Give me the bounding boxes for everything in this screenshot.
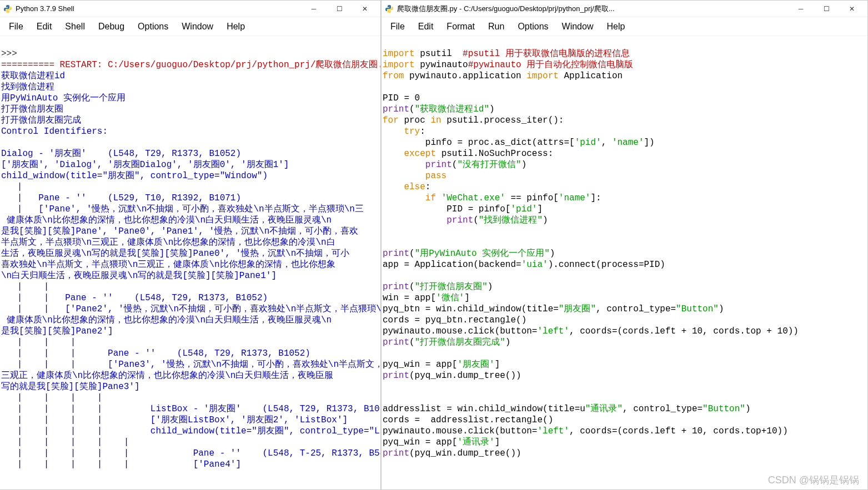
menu-debug[interactable]: Debug xyxy=(92,19,131,34)
close-button[interactable]: ✕ xyxy=(840,1,864,17)
code-line: print("没有打开微信") xyxy=(383,160,526,170)
tree-line: Pane - '' (L529, T10, R1392, B1071) xyxy=(22,193,241,203)
restart-line: ========== RESTART: C:/Users/guoguo/Desk… xyxy=(1,60,380,70)
menu-run[interactable]: Run xyxy=(481,19,511,34)
code-line: import pywinauto#pywinauto 用于自动化控制微信电脑版 xyxy=(383,60,633,70)
code-editor[interactable]: import psutil #psutil 用于获取微信电脑版的进程信息 imp… xyxy=(382,36,867,489)
tree-line: ['朋友圈', 'Dialog', '朋友圈Dialog', '朋友圈0', '… xyxy=(1,160,289,170)
code-line: pinfo = proc.as_dict(attrs=['pid', 'name… xyxy=(383,138,655,148)
output-line: 获取微信进程id xyxy=(1,71,65,81)
output-line: 打开微信朋友圈完成 xyxy=(1,115,81,125)
output-line: Control Identifiers: xyxy=(1,127,108,137)
menubar-left: File Edit Shell Debug Options Window Hel… xyxy=(0,17,380,36)
tree-line: Pane - '' (L548, T-25, R1373, B545) xyxy=(129,448,380,458)
tree-line: ['Pane', '慢热，沉默\n不抽烟，可小酌，喜欢独处\n半点斯文，半点猥琐… xyxy=(22,204,363,214)
code-line: for proc in psutil.process_iter(): xyxy=(383,115,564,125)
window-title-left: Python 3.7.9 Shell xyxy=(16,4,302,13)
code-line: print(pyq_win.dump_tree()) xyxy=(383,448,521,458)
watermark: CSDN @锅锅是锅锅 xyxy=(768,473,859,487)
code-line: import psutil #psutil 用于获取微信电脑版的进程信息 xyxy=(383,49,630,59)
tree-line: ['朋友圈ListBox', '朋友圈2', 'ListBox'] xyxy=(102,415,348,425)
menu-edit[interactable]: Edit xyxy=(30,19,59,34)
code-line: cords = addresslist.rectangle() xyxy=(383,415,553,425)
code-line: print("用PyWinAuto 实例化一个应用") xyxy=(383,249,555,259)
code-line: PID = pinfo['pid'] xyxy=(383,204,543,214)
window-controls-right: ─ ☐ ✕ xyxy=(789,1,864,17)
tree-line: 生活，夜晚臣服灵魂\n写的就是我[笑脸][笑脸]Pane0', '慢热，沉默\n… xyxy=(1,249,349,259)
menu-file[interactable]: File xyxy=(384,19,412,34)
maximize-button[interactable]: ☐ xyxy=(327,1,352,17)
tree-line: child_window(title="朋友圈", control_type="… xyxy=(1,171,268,181)
output-line: 用PyWinAuto 实例化一个应用 xyxy=(1,93,126,103)
code-line: pyq_win = app['朋友圈'] xyxy=(383,360,500,370)
tree-line: 写的就是我[笑脸][笑脸]Pane3'] xyxy=(1,382,140,392)
minimize-button[interactable]: ─ xyxy=(302,1,326,17)
tree-line: 是我[笑脸][笑脸]Pane2'] xyxy=(1,326,113,336)
code-line: pyq_btn = win.child_window(title="朋友圈", … xyxy=(383,304,724,314)
code-line: if 'WeChat.exe' == pinfo['name']: xyxy=(383,193,601,203)
tree-line: 喜欢独处\n半点斯文，半点猥琐\n三观正，健康体质\n比你想象的深情，也比你想象 xyxy=(1,260,335,270)
menu-help[interactable]: Help xyxy=(600,19,631,34)
code-line: print(pyq_win.dump_tree()) xyxy=(383,371,521,381)
menu-options[interactable]: Options xyxy=(131,19,175,34)
close-button[interactable]: ✕ xyxy=(353,1,377,17)
code-line: app = Application(backend='uia').connect… xyxy=(383,260,665,270)
prompt: >>> xyxy=(1,49,17,59)
tree-line: 健康体质\n比你想象的深情，也比你想象的冷漠\n白天归顺生活，夜晚臣服灵魂\n xyxy=(1,215,332,225)
menu-file[interactable]: File xyxy=(2,19,30,34)
tree-line: 三观正，健康体质\n比你想象的深情，也比你想象的冷漠\n白天归顺生活，夜晚臣服 xyxy=(1,371,333,381)
tree-line: 健康体质\n比你想象的深情，也比你想象的冷漠\n白天归顺生活，夜晚臣服灵魂\n xyxy=(1,315,332,325)
code-line: pass xyxy=(383,171,446,181)
tree-line: ListBox - '朋友圈' (L548, T29, R1373, B1052… xyxy=(102,404,380,414)
code-line: pywinauto.mouse.click(button='left', coo… xyxy=(383,326,799,336)
maximize-button[interactable]: ☐ xyxy=(814,1,839,17)
output-line: 找到微信进程 xyxy=(1,82,54,92)
titlebar-right: 爬取微信朋友圈.py - C:/Users/guoguo/Desktop/prj… xyxy=(382,1,867,17)
tree-line: Pane - '' (L548, T29, R1373, B1052) xyxy=(49,293,268,303)
tree-line: Dialog - '朋友圈' (L548, T29, R1373, B1052) xyxy=(1,149,241,159)
titlebar-left: Python 3.7.9 Shell ─ ☐ ✕ xyxy=(0,1,380,17)
tree-line: Pane - '' (L548, T29, R1373, B1052) xyxy=(76,348,310,358)
code-line: PID = 0 xyxy=(383,93,420,103)
code-line: pyq_win = app['通讯录'] xyxy=(383,437,500,447)
menubar-right: File Edit Format Run Options Window Help xyxy=(382,17,867,36)
window-title-right: 爬取微信朋友圈.py - C:/Users/guoguo/Desktop/prj… xyxy=(397,4,789,14)
menu-window[interactable]: Window xyxy=(555,19,600,34)
code-line: pywinauto.mouse.click(button='left', coo… xyxy=(383,426,788,436)
menu-help[interactable]: Help xyxy=(220,19,252,34)
code-line: except psutil.NoSuchProcess: xyxy=(383,149,553,159)
menu-options[interactable]: Options xyxy=(511,19,555,34)
tree-line: 半点斯文，半点猥琐\n三观正，健康体质\n比你想象的深情，也比你想象的冷漠\n白 xyxy=(1,238,335,247)
idle-editor-window: 爬取微信朋友圈.py - C:/Users/guoguo/Desktop/prj… xyxy=(381,0,868,490)
tree-line: 是我[笑脸][笑脸]Pane', 'Pane0', 'Pane1', '慢热，沉… xyxy=(1,226,358,236)
tree-line: child_window(title="朋友圈", control_type="… xyxy=(102,426,380,436)
output-line: 打开微信朋友圈 xyxy=(1,104,63,114)
code-line: else: xyxy=(383,182,430,192)
code-line: addresslist = win.child_window(title=u"通… xyxy=(383,404,751,414)
tree-line: ['Pane3', '慢热，沉默\n不抽烟，可小酌，喜欢独处\n半点斯文，半点猥 xyxy=(76,360,380,370)
tree-line: \n白天归顺生活，夜晚臣服灵魂\n写的就是我[笑脸][笑脸]Pane1'] xyxy=(1,271,277,281)
code-line: cords = pyq_btn.rectangle() xyxy=(383,315,526,325)
minimize-button[interactable]: ─ xyxy=(789,1,813,17)
python-icon xyxy=(385,4,394,13)
tree-line: ['Pane2', '慢热，沉默\n不抽烟，可小酌，喜欢独处\n半点斯文，半点猥… xyxy=(49,304,380,314)
code-line: from pywinauto.application import Applic… xyxy=(383,71,623,81)
code-line: print("找到微信进程") xyxy=(383,215,548,225)
menu-window[interactable]: Window xyxy=(175,19,220,34)
code-line: print("获取微信进程id") xyxy=(383,104,495,114)
window-controls-left: ─ ☐ ✕ xyxy=(302,1,377,17)
code-line: print("打开微信朋友圈完成") xyxy=(383,337,510,347)
code-line: win = app['微信'] xyxy=(383,293,470,303)
code-line: try: xyxy=(383,127,425,137)
python-icon xyxy=(3,4,12,13)
menu-edit[interactable]: Edit xyxy=(412,19,440,34)
menu-shell[interactable]: Shell xyxy=(58,19,92,34)
tree-line: ['Pane4'] xyxy=(129,459,241,469)
menu-format[interactable]: Format xyxy=(440,19,481,34)
python-shell-window: Python 3.7.9 Shell ─ ☐ ✕ File Edit Shell… xyxy=(0,0,381,490)
shell-editor[interactable]: >>> ========== RESTART: C:/Users/guoguo/… xyxy=(0,36,380,489)
code-line: print("打开微信朋友圈") xyxy=(383,282,493,292)
